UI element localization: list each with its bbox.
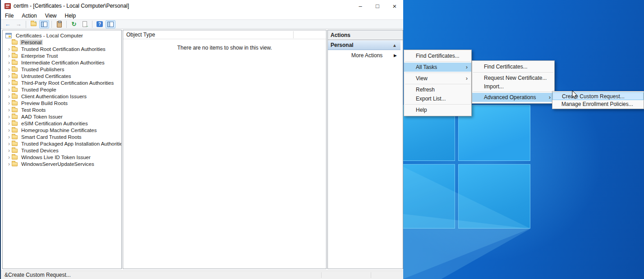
menu-action[interactable]: Action [18,12,41,19]
title-bar[interactable]: certlm - [Certificates - Local Computer\… [1,0,403,12]
tree-item[interactable]: Homegroup Machine Certificates [20,128,98,133]
expand-chevron-icon[interactable]: › [6,54,12,58]
tree-row[interactable]: ›Trusted Devices [3,147,60,154]
expand-chevron-icon[interactable]: › [6,67,12,72]
column-header[interactable]: Object Type [123,30,326,39]
tree-row[interactable]: ›Trusted Root Certification Authorities [3,46,107,52]
submenu-arrow-icon: › [466,64,468,70]
expand-chevron-icon[interactable]: › [6,101,12,105]
back-button[interactable]: ← [3,20,13,28]
tree-item[interactable]: Enterprise Trust [20,53,59,59]
menu-item-help[interactable]: Help [404,105,471,114]
menu-item-refresh[interactable]: Refresh [404,85,471,94]
up-one-level-button[interactable]: ↑ [28,20,38,28]
expand-chevron-icon[interactable]: › [6,148,12,153]
menu-item-import[interactable]: Import... [472,82,554,91]
expand-chevron-icon[interactable]: › [6,87,12,92]
help-button[interactable]: ? [95,20,105,28]
menu-item-view[interactable]: View› [404,74,471,83]
tree-row[interactable]: ›Intermediate Certification Authorities [3,59,106,66]
menu-view[interactable]: View [41,12,61,19]
minimize-button[interactable]: – [352,0,369,12]
folder-icon [12,108,18,112]
collapse-chevron-icon[interactable]: ▲ [392,43,397,48]
refresh-button[interactable]: ↻ [69,20,79,28]
actions-group-personal[interactable]: Personal ▲ [328,41,400,50]
context-menu: Find Certificates... All Tasks› View› Re… [404,50,472,116]
maximize-button[interactable]: □ [369,0,386,12]
close-button[interactable]: × [386,0,403,12]
tree-item[interactable]: Trusted Publishers [20,67,65,72]
menu-item-manage-enrollment-policies[interactable]: Manage Enrollment Policies... [552,100,644,108]
tree-item[interactable]: eSIM Certification Authorities [20,121,89,126]
tree-item[interactable]: Preview Build Roots [20,101,69,106]
tree-item[interactable]: Smart Card Trusted Roots [20,134,83,140]
tree-item-personal[interactable]: Personal [20,40,43,45]
tree-item[interactable]: Untrusted Certificates [20,73,73,79]
tree-item[interactable]: Third-Party Root Certification Authoriti… [20,80,115,86]
expand-chevron-icon[interactable]: › [6,135,12,139]
tree-row[interactable]: ›Homegroup Machine Certificates [3,127,98,133]
tree-row[interactable]: ›Third-Party Root Certification Authorit… [3,79,115,86]
tree-row[interactable]: ›Personal [3,39,43,46]
tree-row[interactable]: ›Trusted People [3,86,58,93]
tree-item[interactable]: AAD Token Issuer [20,114,64,119]
expand-chevron-icon[interactable]: › [6,162,12,166]
tree-item[interactable]: Trusted Packaged App Installation Author… [20,141,122,146]
menu-item-export-list[interactable]: Export List... [404,94,471,103]
tree-row[interactable]: ›Client Authentication Issuers [3,93,88,100]
tree-root-label[interactable]: Certificates - Local Computer [14,33,84,38]
expand-chevron-icon[interactable]: › [6,108,12,112]
tree-item[interactable]: Test Roots [20,107,47,113]
expand-chevron-icon[interactable]: › [6,60,12,65]
expand-chevron-icon[interactable]: › [6,142,12,146]
tree-item[interactable]: Client Authentication Issuers [20,94,88,99]
expand-chevron-icon[interactable]: › [6,114,12,119]
tree-row[interactable]: ›Trusted Packaged App Installation Autho… [3,140,122,147]
folder-icon [12,101,18,105]
column-divider[interactable] [293,31,294,38]
expand-chevron-icon[interactable]: › [6,94,12,99]
tree-item[interactable]: Trusted People [20,87,58,92]
properties-button[interactable] [54,20,64,28]
tree-item[interactable]: Trusted Root Certification Authorities [20,46,107,52]
menu-separator [405,73,470,73]
tree-row[interactable]: ›Enterprise Trust [3,52,59,59]
tree-row[interactable]: ›eSIM Certification Authorities [3,120,89,127]
export-list-button[interactable] [80,20,90,28]
tree-item[interactable]: Intermediate Certification Authorities [20,60,106,65]
refresh-icon: ↻ [72,21,77,27]
folder-icon [12,74,18,78]
menu-help[interactable]: Help [61,12,80,19]
tree-row[interactable]: ›Windows Live ID Token Issuer [3,154,92,160]
folder-icon [12,128,18,133]
tree-item[interactable]: Trusted Devices [20,148,60,153]
expand-chevron-icon[interactable]: › [6,121,12,126]
tree-item[interactable]: Windows Live ID Token Issuer [20,155,92,160]
expand-chevron-icon[interactable]: › [6,74,12,78]
expand-chevron-icon[interactable]: › [6,81,12,85]
forward-button[interactable]: → [14,20,23,28]
menu-item-create-custom-request[interactable]: Create Custom Request... [552,92,644,100]
tree-row[interactable]: ›Test Roots [3,106,47,113]
tree-row[interactable]: ›Preview Build Roots [3,100,69,106]
show-console-tree-button[interactable] [39,20,49,28]
menu-item-find-certificates[interactable]: Find Certificates... [404,51,471,60]
more-actions-item[interactable]: More Actions ▶ [328,50,400,60]
tree-root-row[interactable]: Certificates - Local Computer [3,32,84,39]
tree-row[interactable]: ›WindowsServerUpdateServices [3,160,96,167]
show-action-pane-button[interactable] [106,20,115,28]
tree-row[interactable]: ›AAD Token Issuer [3,113,64,120]
expand-chevron-icon[interactable]: › [6,128,12,133]
menu-item-advanced-operations[interactable]: Advanced Operations› [472,93,554,102]
menu-file[interactable]: File [1,12,18,19]
expand-chevron-icon[interactable]: › [6,47,12,51]
expand-chevron-icon[interactable]: › [6,155,12,160]
tree-row[interactable]: ›Smart Card Trusted Roots [3,133,83,140]
tree-row[interactable]: ›Trusted Publishers [3,66,65,73]
menu-item-request-new-certificate[interactable]: Request New Certificate... [472,73,554,82]
tree-row[interactable]: ›Untrusted Certificates [3,73,73,79]
menu-item-all-tasks[interactable]: All Tasks› [404,63,471,72]
menu-item-find-certificates[interactable]: Find Certificates... [472,62,554,71]
tree-item[interactable]: WindowsServerUpdateServices [20,161,96,167]
